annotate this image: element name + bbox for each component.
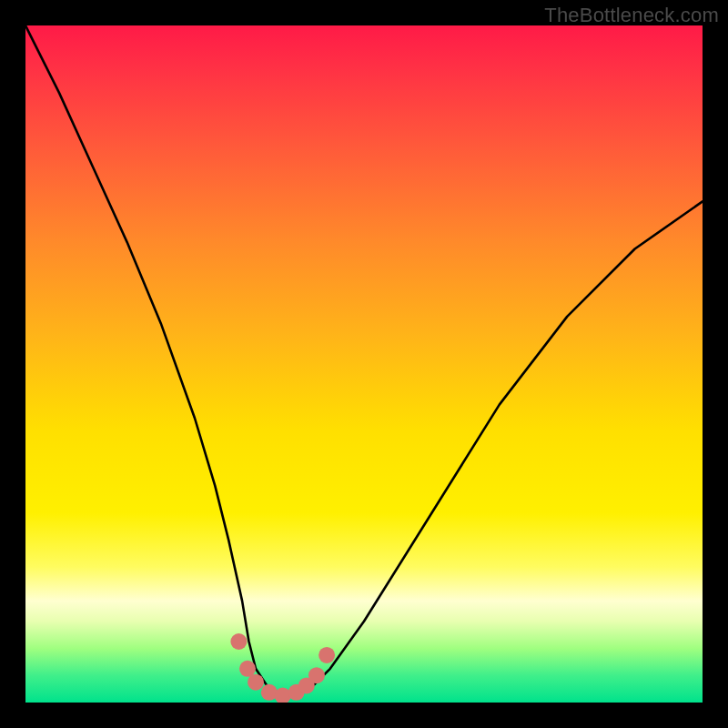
watermark-label: TheBottleneck.com [544, 4, 719, 27]
marker-dot [275, 688, 291, 703]
chart-svg [25, 25, 703, 703]
plot-area [25, 25, 703, 703]
bottleneck-curve [25, 25, 703, 696]
marker-dot [318, 647, 335, 663]
marker-dot [308, 667, 325, 683]
marker-dot [239, 661, 256, 677]
marker-dots-group [230, 633, 335, 703]
chart-frame: TheBottleneck.com [0, 0, 728, 728]
marker-dot [230, 633, 247, 650]
marker-dot [248, 674, 264, 691]
